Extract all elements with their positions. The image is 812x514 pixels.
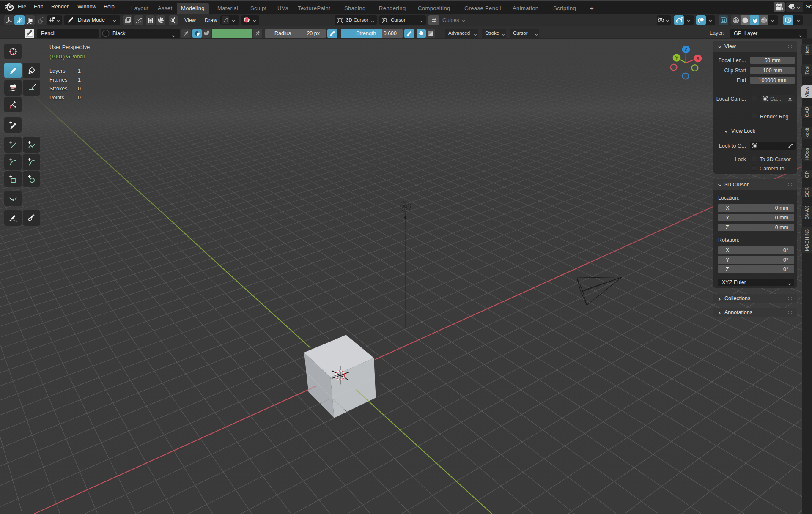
svg-text:Z: Z	[684, 47, 687, 52]
svg-text:X: X	[696, 56, 700, 61]
svg-text:Y: Y	[675, 55, 678, 60]
